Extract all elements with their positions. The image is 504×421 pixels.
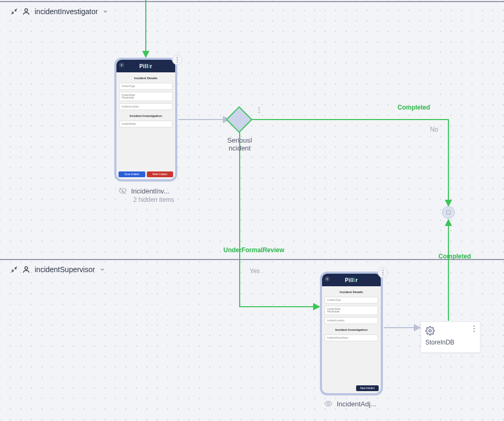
svg-point-0 bbox=[25, 9, 27, 12]
svg-point-13 bbox=[327, 403, 329, 405]
gateway-node[interactable] bbox=[226, 106, 253, 133]
svg-point-9 bbox=[327, 278, 328, 280]
node-label: IncidentInv... bbox=[131, 187, 169, 195]
edge-label-underformal: UnderFormalReview bbox=[223, 246, 284, 254]
node-caption-row: IncidentAdj... bbox=[324, 400, 376, 408]
phone-footer: Close Incident Refer Incident bbox=[119, 171, 173, 177]
form-field: IncidentLocation bbox=[325, 317, 378, 324]
lane-header-investigator[interactable]: incidentInvestigator bbox=[10, 7, 109, 16]
service-node-storeindb[interactable]: StoreInDB bbox=[421, 321, 480, 353]
form-field: IncidentLocation bbox=[119, 103, 173, 110]
svg-point-5 bbox=[177, 61, 178, 62]
gear-icon bbox=[425, 326, 476, 336]
form-title: Incident Details bbox=[325, 290, 378, 294]
svg-point-8 bbox=[259, 112, 260, 113]
user-icon bbox=[22, 7, 30, 16]
svg-point-17 bbox=[474, 331, 475, 332]
form-field: IncidentType bbox=[325, 297, 378, 304]
edge-label-yes: Yes bbox=[250, 267, 260, 275]
svg-point-7 bbox=[259, 110, 260, 111]
form-field: IncidentDate Placeholder bbox=[119, 92, 173, 101]
edge-label-completed: Completed bbox=[398, 104, 430, 111]
lane-header-supervisor[interactable]: incidentSupervisor bbox=[10, 265, 105, 274]
form-field: IncidentActionNotes bbox=[325, 334, 378, 341]
svg-point-10 bbox=[382, 270, 383, 271]
save-incident-button: Save Incident bbox=[356, 385, 379, 391]
lane-title: incidentInvestigator bbox=[35, 7, 98, 16]
svg-point-2 bbox=[121, 64, 123, 66]
collapse-icon[interactable] bbox=[10, 8, 18, 15]
svg-point-11 bbox=[382, 272, 383, 273]
lane-divider bbox=[0, 259, 504, 260]
lane-title: incidentSupervisor bbox=[35, 265, 95, 274]
node-label: IncidentAdj... bbox=[337, 400, 376, 408]
edge-label-completed2: Completed bbox=[438, 253, 471, 260]
form-section: Incident Investigation bbox=[119, 114, 173, 117]
chevron-down-icon[interactable] bbox=[102, 8, 109, 15]
node-more-menu[interactable] bbox=[172, 55, 183, 65]
collapse-icon[interactable] bbox=[10, 266, 18, 273]
edge-label-no: No bbox=[430, 126, 438, 133]
node-more-menu[interactable] bbox=[254, 105, 264, 115]
phone-footer: Save Incident bbox=[324, 385, 379, 391]
svg-point-15 bbox=[474, 326, 475, 327]
svg-point-12 bbox=[382, 274, 383, 275]
form-field: IncidentType bbox=[119, 83, 173, 90]
form-node-incidentinv[interactable]: Pillir Incident Details IncidentType Inc… bbox=[114, 58, 177, 181]
gear-icon bbox=[119, 62, 124, 68]
form-node-incidentadj[interactable]: Pillir Incident Details IncidentType Inc… bbox=[320, 272, 383, 395]
lane-border-top bbox=[0, 1, 504, 2]
phone-body: Incident Details IncidentType IncidentDa… bbox=[322, 286, 381, 346]
brand-logo: Pillir bbox=[140, 63, 153, 69]
svg-point-1 bbox=[25, 267, 27, 269]
stop-icon bbox=[446, 210, 451, 214]
svg-point-16 bbox=[474, 328, 475, 330]
phone-body: Incident Details IncidentType IncidentDa… bbox=[116, 72, 175, 132]
service-label: StoreInDB bbox=[425, 339, 476, 346]
eye-off-icon bbox=[119, 187, 127, 195]
node-more-menu[interactable] bbox=[471, 325, 477, 332]
svg-point-4 bbox=[177, 59, 178, 60]
form-title: Incident Details bbox=[119, 77, 173, 80]
gear-icon bbox=[325, 276, 330, 282]
eye-icon bbox=[324, 400, 333, 408]
phone-header: Pillir bbox=[116, 60, 175, 72]
close-incident-button: Close Incident bbox=[119, 171, 145, 177]
node-sublabel: 2 hidden items bbox=[133, 196, 174, 203]
workflow-canvas[interactable]: incidentInvestigator incidentSupervisor bbox=[0, 0, 504, 421]
gateway-label: SeriousI ncident bbox=[221, 136, 258, 152]
edges-layer bbox=[0, 0, 504, 421]
node-caption-row: IncidentInv... bbox=[119, 187, 169, 195]
svg-point-14 bbox=[429, 330, 432, 332]
chevron-down-icon[interactable] bbox=[99, 266, 105, 273]
form-section: Incident Investigation bbox=[325, 328, 378, 331]
brand-logo: Pillir bbox=[345, 277, 358, 283]
node-more-menu[interactable] bbox=[378, 267, 388, 278]
svg-point-6 bbox=[259, 107, 260, 109]
svg-point-3 bbox=[177, 57, 178, 58]
end-event-node[interactable] bbox=[442, 206, 455, 219]
user-icon bbox=[22, 265, 30, 274]
form-field: IncidentDate Placeholder bbox=[325, 306, 378, 315]
phone-header: Pillir bbox=[322, 274, 381, 286]
refer-incident-button: Refer Incident bbox=[147, 171, 174, 177]
form-field: IncidentNotes bbox=[119, 121, 173, 127]
